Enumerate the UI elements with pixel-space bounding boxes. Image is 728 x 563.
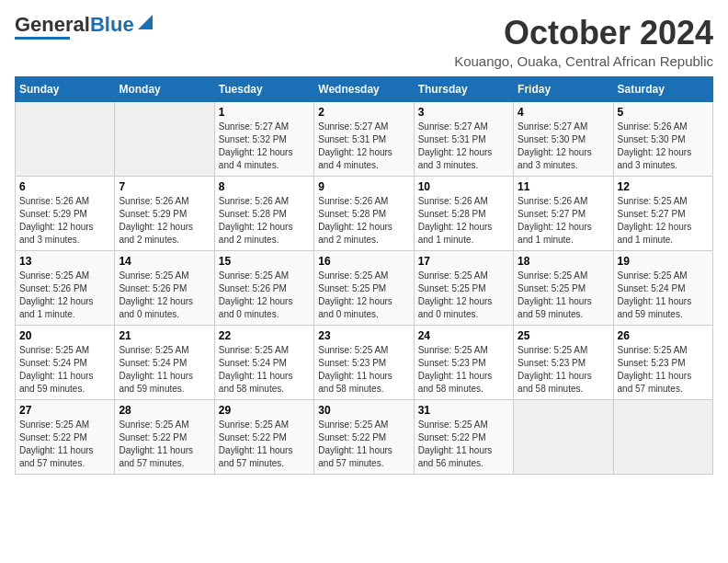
page-header: GeneralBlue October 2024 Kouango, Ouaka,…: [15, 15, 713, 69]
calendar-cell: 1Sunrise: 5:27 AM Sunset: 5:32 PM Daylig…: [214, 101, 313, 176]
calendar-week-2: 6Sunrise: 5:26 AM Sunset: 5:29 PM Daylig…: [16, 176, 713, 250]
day-number: 22: [219, 329, 310, 342]
day-header-wednesday: Wednesday: [314, 76, 414, 101]
calendar-cell: 8Sunrise: 5:26 AM Sunset: 5:28 PM Daylig…: [214, 176, 313, 250]
day-number: 16: [318, 255, 409, 268]
day-number: 1: [219, 106, 310, 119]
logo-underline: [15, 37, 70, 40]
calendar-cell: 5Sunrise: 5:26 AM Sunset: 5:30 PM Daylig…: [613, 101, 712, 176]
day-number: 24: [418, 329, 509, 342]
calendar-cell: 12Sunrise: 5:25 AM Sunset: 5:27 PM Dayli…: [613, 176, 712, 250]
day-info: Sunrise: 5:26 AM Sunset: 5:28 PM Dayligh…: [318, 195, 409, 247]
calendar-cell: 21Sunrise: 5:25 AM Sunset: 5:24 PM Dayli…: [115, 325, 214, 399]
day-number: 17: [418, 255, 509, 268]
calendar-cell: 26Sunrise: 5:25 AM Sunset: 5:23 PM Dayli…: [613, 325, 712, 399]
day-number: 13: [19, 255, 110, 268]
day-header-friday: Friday: [514, 76, 613, 101]
day-info: Sunrise: 5:27 AM Sunset: 5:31 PM Dayligh…: [318, 121, 409, 172]
day-info: Sunrise: 5:25 AM Sunset: 5:24 PM Dayligh…: [119, 344, 210, 396]
calendar-cell: 15Sunrise: 5:25 AM Sunset: 5:26 PM Dayli…: [214, 250, 313, 325]
calendar-cell: 29Sunrise: 5:25 AM Sunset: 5:22 PM Dayli…: [214, 399, 313, 474]
day-info: Sunrise: 5:25 AM Sunset: 5:26 PM Dayligh…: [119, 270, 210, 321]
calendar-cell: 6Sunrise: 5:26 AM Sunset: 5:29 PM Daylig…: [16, 176, 115, 250]
calendar-cell: 9Sunrise: 5:26 AM Sunset: 5:28 PM Daylig…: [314, 176, 414, 250]
calendar-week-4: 20Sunrise: 5:25 AM Sunset: 5:24 PM Dayli…: [16, 325, 713, 399]
day-number: 11: [518, 180, 609, 193]
logo-text: GeneralBlue: [15, 15, 134, 35]
calendar-cell: 22Sunrise: 5:25 AM Sunset: 5:24 PM Dayli…: [214, 325, 313, 399]
day-header-tuesday: Tuesday: [214, 76, 313, 101]
day-info: Sunrise: 5:27 AM Sunset: 5:30 PM Dayligh…: [518, 121, 609, 172]
calendar-cell: [514, 399, 613, 474]
day-number: 29: [219, 404, 310, 417]
calendar-cell: 11Sunrise: 5:26 AM Sunset: 5:27 PM Dayli…: [514, 176, 613, 250]
day-info: Sunrise: 5:25 AM Sunset: 5:23 PM Dayligh…: [318, 344, 409, 396]
calendar-cell: 28Sunrise: 5:25 AM Sunset: 5:22 PM Dayli…: [115, 399, 214, 474]
day-number: 31: [418, 404, 509, 417]
calendar-header-row: SundayMondayTuesdayWednesdayThursdayFrid…: [16, 76, 713, 101]
day-number: 19: [618, 255, 709, 268]
calendar-cell: 3Sunrise: 5:27 AM Sunset: 5:31 PM Daylig…: [414, 101, 513, 176]
day-info: Sunrise: 5:25 AM Sunset: 5:26 PM Dayligh…: [19, 270, 110, 321]
calendar-week-5: 27Sunrise: 5:25 AM Sunset: 5:22 PM Dayli…: [16, 399, 713, 474]
day-number: 20: [19, 329, 110, 342]
day-number: 21: [119, 329, 210, 342]
day-number: 28: [119, 404, 210, 417]
day-number: 18: [518, 255, 609, 268]
day-info: Sunrise: 5:25 AM Sunset: 5:27 PM Dayligh…: [618, 195, 709, 247]
calendar-cell: 23Sunrise: 5:25 AM Sunset: 5:23 PM Dayli…: [314, 325, 414, 399]
calendar-cell: 20Sunrise: 5:25 AM Sunset: 5:24 PM Dayli…: [16, 325, 115, 399]
day-info: Sunrise: 5:25 AM Sunset: 5:25 PM Dayligh…: [318, 270, 409, 321]
day-info: Sunrise: 5:27 AM Sunset: 5:32 PM Dayligh…: [219, 121, 310, 172]
day-info: Sunrise: 5:25 AM Sunset: 5:25 PM Dayligh…: [418, 270, 509, 321]
logo-icon: [136, 15, 153, 31]
calendar-cell: 10Sunrise: 5:26 AM Sunset: 5:28 PM Dayli…: [414, 176, 513, 250]
day-number: 26: [618, 329, 709, 342]
day-info: Sunrise: 5:26 AM Sunset: 5:27 PM Dayligh…: [518, 195, 609, 247]
day-info: Sunrise: 5:25 AM Sunset: 5:22 PM Dayligh…: [119, 419, 210, 470]
calendar-cell: 30Sunrise: 5:25 AM Sunset: 5:22 PM Dayli…: [314, 399, 414, 474]
day-info: Sunrise: 5:25 AM Sunset: 5:22 PM Dayligh…: [418, 419, 509, 470]
calendar-body: 1Sunrise: 5:27 AM Sunset: 5:32 PM Daylig…: [16, 101, 713, 474]
day-number: 6: [19, 180, 110, 193]
calendar-cell: 18Sunrise: 5:25 AM Sunset: 5:25 PM Dayli…: [514, 250, 613, 325]
day-number: 2: [318, 106, 409, 119]
calendar-cell: 31Sunrise: 5:25 AM Sunset: 5:22 PM Dayli…: [414, 399, 513, 474]
calendar-cell: 19Sunrise: 5:25 AM Sunset: 5:24 PM Dayli…: [613, 250, 712, 325]
day-number: 10: [418, 180, 509, 193]
day-info: Sunrise: 5:25 AM Sunset: 5:23 PM Dayligh…: [618, 344, 709, 396]
svg-marker-0: [138, 15, 153, 29]
day-info: Sunrise: 5:26 AM Sunset: 5:30 PM Dayligh…: [618, 121, 709, 172]
day-number: 23: [318, 329, 409, 342]
day-info: Sunrise: 5:25 AM Sunset: 5:24 PM Dayligh…: [219, 344, 310, 396]
day-number: 25: [518, 329, 609, 342]
day-number: 27: [19, 404, 110, 417]
calendar-cell: 7Sunrise: 5:26 AM Sunset: 5:29 PM Daylig…: [115, 176, 214, 250]
day-number: 12: [618, 180, 709, 193]
calendar-table: SundayMondayTuesdayWednesdayThursdayFrid…: [15, 76, 713, 475]
title-block: October 2024 Kouango, Ouaka, Central Afr…: [454, 15, 713, 69]
day-header-sunday: Sunday: [16, 76, 115, 101]
day-number: 30: [318, 404, 409, 417]
calendar-cell: 16Sunrise: 5:25 AM Sunset: 5:25 PM Dayli…: [314, 250, 414, 325]
day-number: 8: [219, 180, 310, 193]
logo: GeneralBlue: [15, 15, 153, 40]
calendar-cell: 27Sunrise: 5:25 AM Sunset: 5:22 PM Dayli…: [16, 399, 115, 474]
day-number: 3: [418, 106, 509, 119]
calendar-week-3: 13Sunrise: 5:25 AM Sunset: 5:26 PM Dayli…: [16, 250, 713, 325]
calendar-cell: 2Sunrise: 5:27 AM Sunset: 5:31 PM Daylig…: [314, 101, 414, 176]
day-info: Sunrise: 5:25 AM Sunset: 5:22 PM Dayligh…: [19, 419, 110, 470]
day-info: Sunrise: 5:26 AM Sunset: 5:28 PM Dayligh…: [418, 195, 509, 247]
day-info: Sunrise: 5:25 AM Sunset: 5:23 PM Dayligh…: [518, 344, 609, 396]
day-info: Sunrise: 5:25 AM Sunset: 5:26 PM Dayligh…: [219, 270, 310, 321]
calendar-cell: 14Sunrise: 5:25 AM Sunset: 5:26 PM Dayli…: [115, 250, 214, 325]
calendar-cell: [16, 101, 115, 176]
calendar-cell: [613, 399, 712, 474]
day-info: Sunrise: 5:25 AM Sunset: 5:24 PM Dayligh…: [19, 344, 110, 396]
day-info: Sunrise: 5:25 AM Sunset: 5:22 PM Dayligh…: [318, 419, 409, 470]
calendar-cell: 25Sunrise: 5:25 AM Sunset: 5:23 PM Dayli…: [514, 325, 613, 399]
month-title: October 2024: [454, 15, 713, 52]
day-info: Sunrise: 5:26 AM Sunset: 5:29 PM Dayligh…: [119, 195, 210, 247]
calendar-week-1: 1Sunrise: 5:27 AM Sunset: 5:32 PM Daylig…: [16, 101, 713, 176]
day-info: Sunrise: 5:27 AM Sunset: 5:31 PM Dayligh…: [418, 121, 509, 172]
